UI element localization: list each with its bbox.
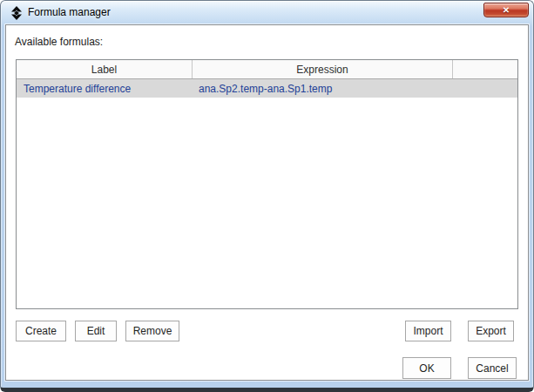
title-bar[interactable]: Formula manager ✕ xyxy=(1,1,533,25)
cancel-button[interactable]: Cancel xyxy=(468,357,517,379)
export-button[interactable]: Export xyxy=(468,321,514,341)
up-down-diamond-icon xyxy=(10,6,24,20)
table-row[interactable]: Temperature difference ana.Sp2.temp-ana.… xyxy=(17,79,517,98)
available-formulas-label: Available formulas: xyxy=(15,36,103,48)
create-button[interactable]: Create xyxy=(16,321,66,341)
column-header-expression[interactable]: Expression xyxy=(192,60,452,78)
column-header-extra[interactable] xyxy=(452,60,517,78)
close-icon: ✕ xyxy=(503,5,510,15)
edit-button[interactable]: Edit xyxy=(75,321,117,341)
formulas-table[interactable]: Label Expression Temperature difference … xyxy=(16,59,518,309)
dialog-client-area: Available formulas: Label Expression Tem… xyxy=(5,24,529,381)
close-button[interactable]: ✕ xyxy=(483,3,529,17)
row-expression-cell: ana.Sp2.temp-ana.Sp1.temp xyxy=(192,79,452,98)
window-title: Formula manager xyxy=(28,1,111,25)
column-header-label[interactable]: Label xyxy=(17,60,192,78)
remove-button[interactable]: Remove xyxy=(125,321,179,341)
table-header-row: Label Expression xyxy=(17,60,517,79)
formula-manager-dialog: Formula manager ✕ Available formulas: La… xyxy=(0,0,534,392)
ok-button[interactable]: OK xyxy=(402,357,451,379)
row-label-cell: Temperature difference xyxy=(17,79,192,98)
import-button[interactable]: Import xyxy=(405,321,451,341)
